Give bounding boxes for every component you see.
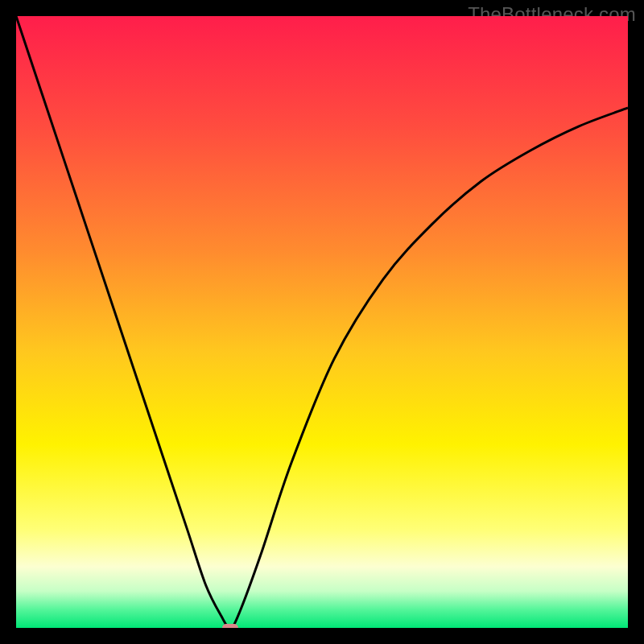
chart-frame: TheBottleneck.com [0, 0, 644, 644]
curve-layer [16, 16, 628, 628]
bottleneck-curve-path [16, 16, 628, 628]
plot-area [16, 16, 628, 628]
optimal-point-marker [222, 624, 238, 628]
